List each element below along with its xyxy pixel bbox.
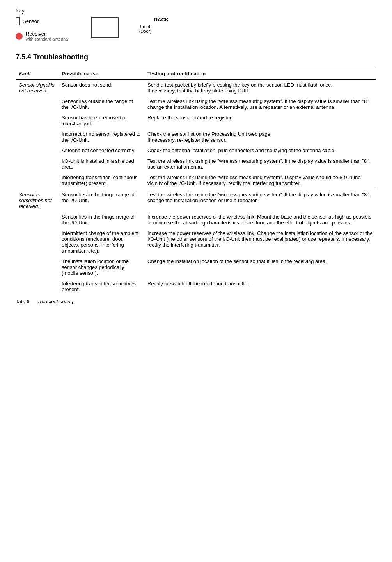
- rectification-cell: Replace the sensor or/and re-register.: [144, 112, 376, 129]
- fault-cell: Sensor is sometimes not received.: [16, 189, 59, 212]
- fault-cell: [16, 172, 59, 189]
- cause-cell: Interfering transmitter (continuous tran…: [59, 172, 144, 189]
- sensor-key-item: Sensor: [16, 17, 68, 25]
- rack-sublabel1: Front: [122, 24, 169, 29]
- table-row: The installation location of the sensor …: [16, 256, 376, 278]
- cause-cell: Interfering transmitter sometimes presen…: [59, 278, 144, 295]
- cause-cell: Sensor lies in the fringe range of the I…: [59, 212, 144, 228]
- troubleshooting-table: Fault Possible cause Testing and rectifi…: [16, 68, 376, 295]
- rectification-cell: Increase the power reserves of the wirel…: [144, 212, 376, 228]
- rectification-cell: Change the installation location of the …: [144, 256, 376, 278]
- rack-sublabel2: (Door): [122, 29, 169, 34]
- fault-cell: [16, 129, 59, 145]
- table-header-row: Fault Possible cause Testing and rectifi…: [16, 68, 376, 79]
- table-row: I/O-Unit is installed in a shielded area…: [16, 156, 376, 172]
- fault-cell: [16, 278, 59, 295]
- fault-cell: [16, 96, 59, 112]
- rectification-cell: Increase the power reserves of the wirel…: [144, 228, 376, 256]
- receiver-text: Receiver with standard antenna: [26, 31, 68, 41]
- rectification-cell: Test the wireless link using the "wirele…: [144, 156, 376, 172]
- fault-cell: [16, 256, 59, 278]
- table-row: Antenna not connected correctly.Check th…: [16, 145, 376, 156]
- footer-tab: Tab. 6: [16, 299, 29, 304]
- cause-cell: Incorrect or no sensor registered to the…: [59, 129, 144, 145]
- rectification-cell: Rectify or switch off the interfering tr…: [144, 278, 376, 295]
- receiver-sublabel: with standard antenna: [26, 37, 68, 41]
- header-cause: Possible cause: [59, 68, 144, 79]
- rack-diagram: RACK Front (Door): [91, 17, 169, 40]
- fault-cell: [16, 145, 59, 156]
- cause-cell: Sensor lies in the fringe range of the I…: [59, 189, 144, 212]
- table-row: Intermittent change of the ambient condi…: [16, 228, 376, 256]
- rectification-cell: Check the sensor list on the Processing …: [144, 129, 376, 145]
- rectification-cell: Test the wireless link using the "wirele…: [144, 189, 376, 212]
- receiver-label: Receiver: [26, 31, 68, 37]
- rack-box: [91, 17, 119, 38]
- table-row: Sensor lies in the fringe range of the I…: [16, 212, 376, 228]
- section-heading: 7.5.4 Troubleshooting: [16, 53, 376, 61]
- fault-cell: Sensor signal is not received.: [16, 79, 59, 96]
- fault-cell: [16, 212, 59, 228]
- sensor-label: Sensor: [23, 18, 39, 24]
- rectification-cell: Send a test packet by briefly pressing t…: [144, 79, 376, 96]
- table-row: Interfering transmitter (continuous tran…: [16, 172, 376, 189]
- receiver-key-item: Receiver with standard antenna: [16, 31, 68, 41]
- footer-label: Troubleshooting: [37, 299, 73, 304]
- cause-cell: Antenna not connected correctly.: [59, 145, 144, 156]
- key-title: Key: [16, 8, 376, 14]
- table-row: Interfering transmitter sometimes presen…: [16, 278, 376, 295]
- table-row: Sensor lies outside the range of the I/O…: [16, 96, 376, 112]
- rectification-cell: Check the antenna installation, plug con…: [144, 145, 376, 156]
- table-row: Incorrect or no sensor registered to the…: [16, 129, 376, 145]
- sensor-icon: [16, 17, 20, 25]
- fault-cell: [16, 228, 59, 256]
- fault-cell: [16, 156, 59, 172]
- cause-cell: Intermittent change of the ambient condi…: [59, 228, 144, 256]
- key-section: Key Sensor Receiver with standard antenn…: [16, 8, 376, 41]
- table-footer: Tab. 6 Troubleshooting: [16, 299, 376, 304]
- table-row: Sensor signal is not received.Sensor doe…: [16, 79, 376, 96]
- cause-cell: I/O-Unit is installed in a shielded area…: [59, 156, 144, 172]
- rectification-cell: Test the wireless link using the "wirele…: [144, 96, 376, 112]
- cause-cell: Sensor lies outside the range of the I/O…: [59, 96, 144, 112]
- fault-cell: [16, 112, 59, 129]
- key-items: Sensor Receiver with standard antenna RA…: [16, 17, 376, 41]
- header-rectification: Testing and rectification: [144, 68, 376, 79]
- cause-cell: Sensor does not send.: [59, 79, 144, 96]
- key-left: Sensor Receiver with standard antenna: [16, 17, 68, 41]
- table-row: Sensor has been removed or interchanged.…: [16, 112, 376, 129]
- header-fault: Fault: [16, 68, 59, 79]
- cause-cell: Sensor has been removed or interchanged.: [59, 112, 144, 129]
- receiver-icon: [16, 33, 23, 40]
- rectification-cell: Test the wireless link using the "wirele…: [144, 172, 376, 189]
- rack-label: RACK: [122, 17, 169, 23]
- table-row: Sensor is sometimes not received.Sensor …: [16, 189, 376, 212]
- cause-cell: The installation location of the sensor …: [59, 256, 144, 278]
